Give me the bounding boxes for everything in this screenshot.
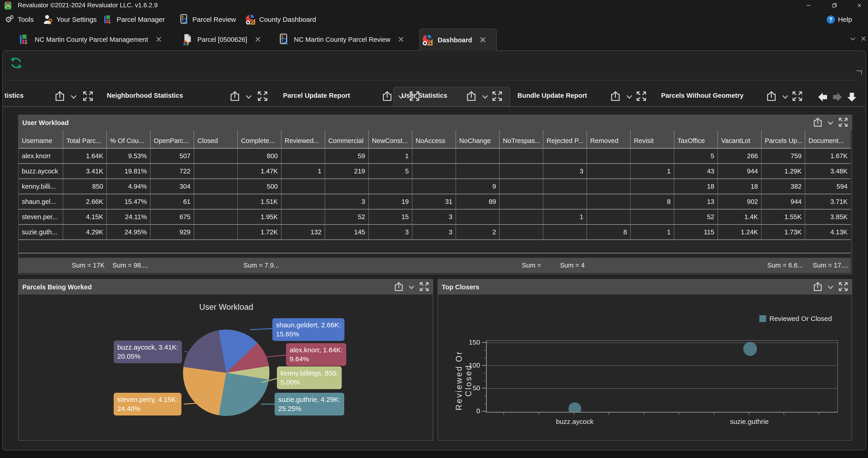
chevron-down-icon[interactable] [408, 284, 415, 291]
column-header[interactable]: NoTrespas... [500, 130, 544, 148]
menu-item-parcel-review[interactable]: Σ Parcel Review [179, 10, 236, 29]
export-icon[interactable] [229, 91, 241, 102]
export-icon[interactable] [610, 91, 621, 102]
cell [412, 179, 456, 194]
expand-icon[interactable] [792, 91, 803, 102]
minimize-button[interactable] [802, 2, 815, 9]
report-tab-parcels-without-geometry[interactable]: Parcels Without Geometry [661, 92, 743, 99]
column-header[interactable]: Revisit [631, 130, 674, 148]
expand-icon[interactable] [257, 91, 268, 102]
cell [194, 194, 238, 209]
column-header[interactable]: % Of Cou... [107, 130, 151, 148]
chevron-down-icon[interactable] [625, 93, 633, 100]
tab-list-chevron-icon[interactable] [849, 35, 857, 43]
menu-item-help[interactable]: ? Help [827, 10, 852, 29]
cell [500, 225, 544, 239]
cell [587, 209, 631, 224]
cell: 1 [544, 209, 587, 224]
expand-icon[interactable] [419, 282, 430, 292]
chevron-down-icon[interactable] [69, 93, 78, 100]
close-tab-icon[interactable]: ✕ [155, 35, 162, 44]
y-tick-100: 100 [460, 361, 480, 369]
report-tab-statistics[interactable]: tistics [4, 92, 24, 99]
chevron-down-icon[interactable] [245, 93, 253, 100]
cell [631, 179, 674, 194]
tab-parcel-review[interactable]: Σ NC Martin County Parcel Review ✕ [276, 29, 406, 51]
scatter-point-suzie[interactable] [743, 342, 757, 356]
chevron-down-icon[interactable] [827, 120, 834, 126]
report-tab-user-statistics[interactable]: User Statistics [402, 92, 447, 99]
column-header[interactable]: Document... [805, 130, 851, 148]
export-icon[interactable] [394, 282, 404, 292]
export-icon[interactable] [812, 117, 823, 128]
y-tick-mark [482, 365, 486, 366]
cell: 43 [674, 164, 718, 178]
legend[interactable]: Reviewed Or Closed [759, 315, 832, 323]
cell: 3 [412, 209, 456, 224]
column-header[interactable]: Parcels Up... [762, 130, 805, 148]
chevron-down-icon[interactable] [827, 284, 834, 291]
report-tab-bundle-update-report[interactable]: Bundle Update Report [518, 92, 587, 99]
export-icon[interactable] [766, 91, 777, 102]
column-header[interactable]: Rejected P... [544, 130, 587, 148]
column-header[interactable]: Closed [194, 130, 238, 148]
export-icon[interactable] [466, 91, 477, 102]
column-header[interactable]: VacantLot [718, 130, 762, 148]
menu-item-county-dashboard[interactable]: County Dashboard [245, 10, 316, 29]
table-row[interactable]: shaun.gel...2.66K15.47%611.51K3193189813… [19, 194, 851, 209]
table-row[interactable]: suzie.guth...4.29K24.95%9291.72K13214533… [19, 225, 851, 240]
column-header[interactable]: NewConst... [369, 130, 412, 148]
tab-parcel-0500626[interactable]: Parcel [0500626] ✕ [180, 29, 263, 51]
sum-cell: Sum = 17.... [805, 258, 851, 273]
nav-left-arrow-icon[interactable] [817, 91, 829, 103]
column-header[interactable]: Total Parc... [63, 130, 107, 148]
expand-icon[interactable] [636, 91, 647, 102]
column-header[interactable]: Commercial [325, 130, 369, 148]
export-icon[interactable] [381, 91, 393, 102]
table-row[interactable]: buzz.aycock3.41K19.81%7221.47K1219531439… [19, 164, 851, 179]
tab-bar-close-icon[interactable] [860, 35, 867, 42]
close-tab-icon[interactable]: ✕ [398, 35, 404, 44]
table-row[interactable]: steven.per...4.15K24.11%6751.95K52153152… [19, 209, 851, 225]
column-header[interactable]: NoAccess [412, 130, 456, 148]
table-row[interactable]: alex.knorr1.64K9.53%50780059152667591.67… [19, 149, 851, 164]
column-header[interactable]: Username [19, 130, 63, 148]
column-header[interactable]: Complete... [238, 130, 281, 148]
nav-right-arrow-icon[interactable] [832, 91, 843, 103]
tab-dashboard[interactable]: Dashboard ✕ [420, 29, 497, 51]
nav-down-arrow-icon[interactable] [846, 91, 858, 103]
column-header[interactable]: OpenParc... [151, 130, 194, 148]
column-header[interactable]: Reviewed... [281, 130, 325, 148]
restore-button[interactable] [828, 2, 841, 9]
scatter-point-buzz[interactable] [568, 402, 581, 413]
report-tab-neighborhood-statistics[interactable]: Neighborhood Statistics [107, 92, 183, 99]
menu-item-your-settings[interactable]: Your Settings [43, 10, 97, 29]
expand-icon[interactable] [82, 91, 94, 102]
expand-icon[interactable] [492, 91, 503, 102]
scatter-plot-area[interactable] [486, 340, 838, 413]
expand-icon[interactable] [838, 117, 848, 128]
export-icon[interactable] [54, 91, 65, 102]
table-row[interactable]: kenny.billi...8504.94%30450091818382594 [19, 179, 851, 194]
cell: 722 [151, 164, 194, 178]
column-header[interactable]: TaxOffice [674, 130, 718, 148]
column-header[interactable]: Removed [587, 130, 631, 148]
menu-item-tools[interactable]: ⚙⚙ Tools [5, 10, 34, 29]
chevron-down-icon[interactable] [481, 93, 489, 100]
report-tab-parcel-update-report[interactable]: Parcel Update Report [283, 92, 350, 99]
menu-item-parcel-manager[interactable]: Parcel Manager [103, 10, 165, 29]
gridline-50 [487, 388, 837, 389]
y-minor-tick [484, 358, 486, 358]
column-header[interactable]: NoChange [456, 130, 500, 148]
close-button[interactable] [853, 2, 866, 9]
cell: 3.85K [805, 209, 851, 224]
chevron-down-icon[interactable] [781, 93, 789, 100]
export-icon[interactable] [812, 282, 823, 292]
close-tab-icon[interactable]: ✕ [479, 35, 486, 45]
sum-cell [587, 258, 631, 273]
refresh-icon[interactable] [9, 56, 23, 70]
close-tab-icon[interactable]: ✕ [254, 35, 261, 44]
expand-icon[interactable] [838, 282, 848, 292]
tab-parcel-management[interactable]: NC Martin County Parcel Management ✕ [17, 29, 164, 51]
cell: 24.95% [107, 225, 151, 239]
